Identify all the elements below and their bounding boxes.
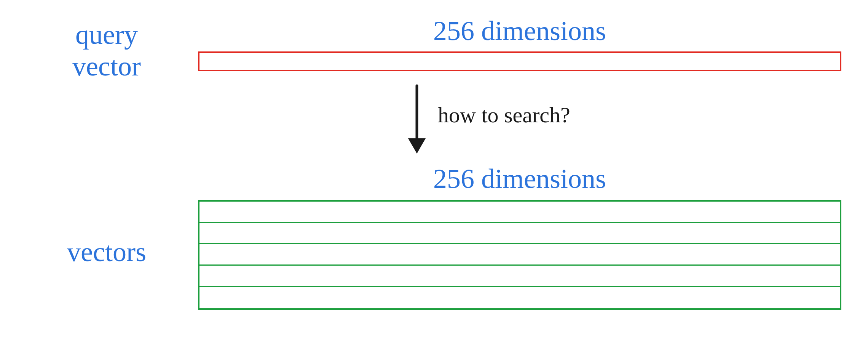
svg-marker-1 <box>408 138 426 154</box>
search-arrow-icon <box>404 82 430 154</box>
query-vector-box <box>198 51 841 71</box>
vectors-box <box>198 200 841 310</box>
vector-row <box>199 202 840 223</box>
query-vector-label: queryvector <box>38 19 175 82</box>
vector-row <box>199 244 840 266</box>
vector-row <box>199 266 840 287</box>
vector-row <box>199 223 840 244</box>
vectors-label: vectors <box>34 236 179 268</box>
vectors-dimensions-label: 256 dimensions <box>198 163 841 195</box>
vector-row <box>199 287 840 308</box>
search-question-label: how to search? <box>438 103 570 127</box>
query-dimensions-label: 256 dimensions <box>198 15 841 47</box>
